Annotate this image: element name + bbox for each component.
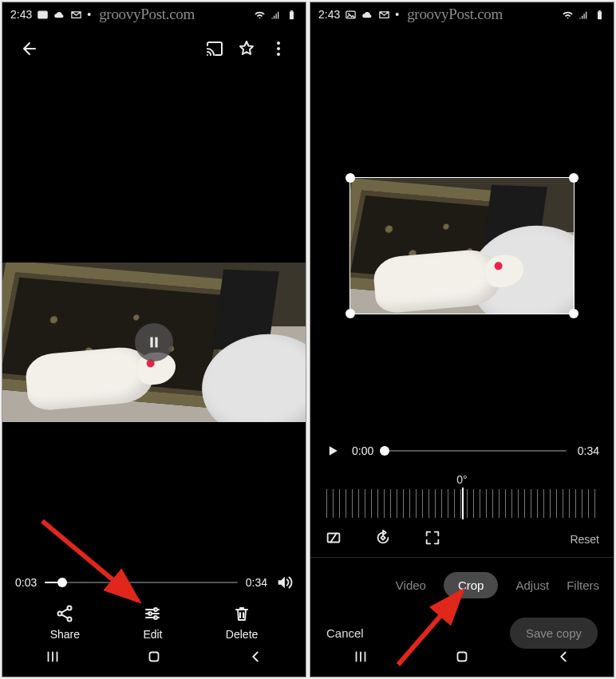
share-button[interactable]: Share (50, 604, 80, 641)
svg-rect-19 (598, 11, 602, 19)
crop-handle-bl[interactable] (346, 309, 355, 318)
svg-rect-23 (457, 653, 466, 661)
battery-icon (286, 9, 298, 21)
video-preview[interactable] (2, 263, 306, 422)
nav-bar (2, 640, 306, 677)
delete-button[interactable]: Delete (226, 604, 258, 641)
svg-rect-2 (290, 11, 294, 19)
top-toolbar (2, 26, 306, 71)
duration: 0:34 (578, 444, 599, 457)
playback-row: 0:00 0:34 (310, 433, 614, 465)
nav-home[interactable] (145, 648, 163, 669)
svg-point-4 (277, 41, 280, 45)
expand-button[interactable] (424, 529, 441, 549)
back-button[interactable] (14, 33, 45, 65)
phone-right: 2:43 • groovyPost.com 0:00 (310, 2, 614, 677)
svg-rect-22 (381, 535, 385, 539)
cloud-icon (53, 9, 65, 21)
svg-point-5 (277, 47, 280, 50)
edit-button[interactable]: Edit (143, 604, 162, 641)
status-time: 2:43 (318, 8, 340, 21)
crop-handle-tr[interactable] (569, 173, 578, 183)
crop-handle-br[interactable] (569, 309, 578, 318)
duration: 0:34 (246, 576, 267, 589)
tab-filters[interactable]: Filters (567, 578, 599, 592)
status-bar: 2:43 • groovyPost.com (2, 2, 306, 26)
phone-left: 2:43 • groovyPost.com (2, 2, 306, 677)
watermark: groovyPost.com (91, 6, 195, 23)
play-button[interactable] (325, 443, 341, 459)
watermark: groovyPost.com (399, 6, 503, 23)
share-label: Share (50, 628, 80, 641)
svg-rect-8 (155, 338, 157, 348)
nav-back[interactable] (247, 648, 264, 669)
tab-adjust[interactable]: Adjust (515, 578, 549, 592)
svg-point-6 (277, 53, 280, 56)
signal-icon (578, 9, 590, 21)
wifi-icon (254, 9, 266, 21)
status-bar: 2:43 • groovyPost.com (310, 2, 614, 26)
battery-icon (594, 9, 606, 21)
svg-point-18 (348, 13, 349, 14)
signal-icon (270, 9, 282, 21)
svg-rect-3 (290, 10, 293, 10)
edit-label: Edit (143, 628, 162, 641)
action-row: Share Edit Delete (2, 591, 306, 647)
reset-button[interactable]: Reset (570, 533, 599, 546)
nav-bar (310, 640, 614, 677)
nav-home[interactable] (453, 648, 471, 669)
progress-slider[interactable] (45, 582, 238, 583)
favorite-button[interactable] (231, 33, 263, 65)
mail-icon (378, 9, 390, 21)
nav-back[interactable] (555, 648, 572, 669)
nav-recent[interactable] (44, 648, 61, 669)
current-time: 0:03 (15, 576, 37, 589)
more-button[interactable] (263, 33, 294, 65)
image-icon (345, 9, 357, 21)
crop-tools: Reset (310, 518, 614, 557)
mail-icon (70, 9, 82, 21)
tab-crop[interactable]: Crop (444, 572, 499, 598)
nav-recent[interactable] (352, 648, 369, 669)
status-time: 2:43 (10, 8, 32, 21)
wifi-icon (562, 9, 574, 21)
crop-handle-tl[interactable] (346, 173, 355, 183)
delete-label: Delete (226, 628, 258, 641)
rotate-button[interactable] (374, 529, 392, 549)
tab-video[interactable]: Video (396, 578, 426, 592)
volume-icon[interactable] (275, 574, 293, 591)
svg-point-1 (40, 13, 41, 14)
aspect-button[interactable] (325, 529, 342, 549)
crop-preview[interactable] (350, 178, 574, 314)
svg-rect-20 (598, 10, 601, 10)
edit-tabs: Video Crop Adjust Filters (310, 558, 614, 606)
cancel-button[interactable]: Cancel (326, 626, 364, 640)
rotation-ruler[interactable] (326, 489, 598, 518)
progress-slider[interactable] (385, 450, 567, 452)
svg-rect-15 (149, 653, 158, 661)
cloud-icon (361, 9, 373, 21)
rotation-angle: 0° (456, 473, 467, 486)
current-time: 0:00 (352, 444, 373, 457)
cast-button[interactable] (199, 33, 231, 65)
image-icon (37, 9, 49, 21)
svg-rect-7 (150, 338, 152, 348)
progress-row: 0:03 0:34 (2, 574, 306, 591)
pause-button[interactable] (135, 323, 173, 361)
